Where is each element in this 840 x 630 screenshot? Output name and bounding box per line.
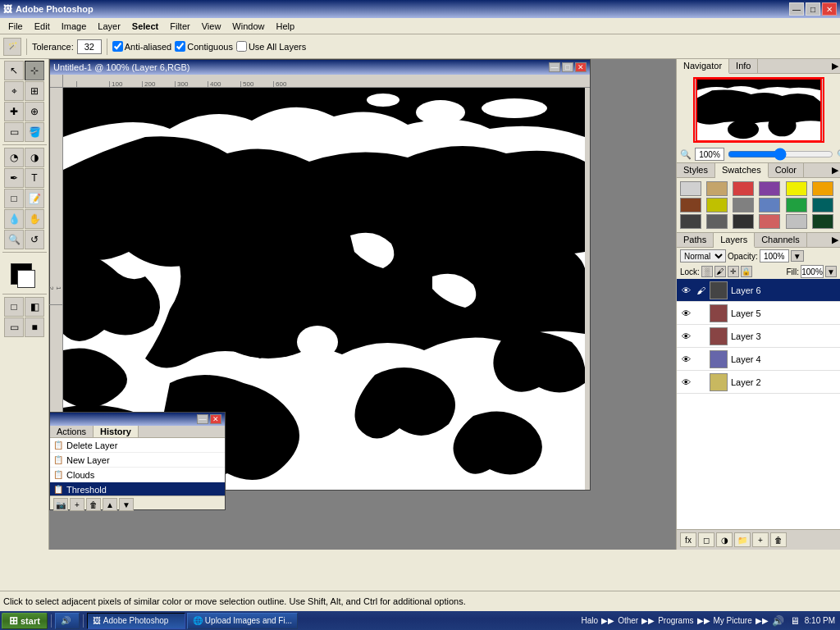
layer-item-3[interactable]: 👁Layer 4 [677, 348, 840, 371]
swatch-2[interactable] [733, 181, 754, 196]
swatch-14[interactable] [733, 214, 754, 229]
swatch-11[interactable] [812, 198, 833, 212]
tray-volume-icon[interactable]: 🔊 [772, 614, 785, 628]
opacity-dropdown[interactable]: ▼ [791, 250, 804, 262]
layer-visibility-0[interactable]: 👁 [680, 285, 692, 296]
hand-tool[interactable]: ✋ [25, 209, 44, 229]
tab-color[interactable]: Color [769, 163, 804, 177]
tab-actions[interactable]: Actions [50, 426, 94, 437]
swatch-15[interactable] [759, 214, 780, 229]
layer-delete-button[interactable]: 🗑 [770, 532, 787, 547]
swatch-9[interactable] [759, 198, 780, 212]
tab-channels[interactable]: Channels [755, 233, 806, 247]
swatch-1[interactable] [706, 181, 728, 196]
swatch-12[interactable] [680, 214, 701, 229]
menu-layer[interactable]: Layer [93, 21, 126, 32]
magic-wand-tool-icon[interactable]: 🪄 [3, 38, 21, 56]
tab-paths[interactable]: Paths [677, 233, 714, 247]
layer-item-1[interactable]: 👁Layer 5 [677, 302, 840, 325]
menu-help[interactable]: Help [271, 21, 299, 32]
blur-tool[interactable]: ◑ [25, 148, 44, 167]
swatch-16[interactable] [786, 214, 807, 229]
rotate-tool[interactable]: ↺ [25, 230, 44, 249]
swatch-17[interactable] [812, 214, 833, 229]
paint-bucket-tool[interactable]: 🪣 [25, 122, 44, 142]
menu-file[interactable]: File [3, 21, 28, 32]
notes-tool[interactable]: 📝 [25, 189, 44, 208]
lock-transparent-button[interactable]: ░ [701, 266, 713, 277]
menu-image[interactable]: Image [57, 21, 92, 32]
clone-tool[interactable]: ⊕ [25, 102, 44, 121]
layer-visibility-3[interactable]: 👁 [680, 354, 692, 365]
maximize-button[interactable]: □ [806, 2, 820, 16]
navigator-zoom-input[interactable] [695, 148, 724, 161]
tab-info[interactable]: Info [729, 59, 758, 73]
fill-input[interactable] [801, 265, 824, 278]
history-item-1[interactable]: 📋New Layer [50, 453, 225, 468]
move-tool[interactable]: ↖ [4, 61, 24, 80]
layer-item-0[interactable]: 👁🖌Layer 6 [677, 279, 840, 302]
contiguous-checkbox[interactable]: Contiguous [175, 41, 233, 52]
doc-close-button[interactable]: ✕ [575, 62, 587, 72]
crop-tool[interactable]: ⊞ [25, 81, 44, 101]
layer-visibility-2[interactable]: 👁 [680, 331, 692, 342]
zoom-tool[interactable]: 🔍 [4, 230, 24, 249]
tab-navigator[interactable]: Navigator [677, 59, 729, 74]
swatch-5[interactable] [812, 181, 833, 196]
use-all-layers-checkbox[interactable]: Use All Layers [236, 41, 306, 52]
menu-select[interactable]: Select [127, 21, 163, 32]
blend-mode-select[interactable]: Normal Multiply Screen [680, 249, 726, 262]
swatch-6[interactable] [680, 198, 701, 212]
history-scroll-down[interactable]: ▼ [119, 498, 134, 511]
layer-mask-button[interactable]: ◻ [698, 532, 714, 547]
pen-tool[interactable]: ✒ [4, 168, 24, 188]
minimize-button[interactable]: — [789, 2, 804, 16]
tab-swatches[interactable]: Swatches [715, 163, 769, 178]
quick-mask-off[interactable]: □ [4, 297, 24, 317]
eraser-tool[interactable]: ▭ [4, 122, 24, 142]
close-button[interactable]: ✕ [822, 2, 837, 16]
menu-filter[interactable]: Filter [165, 21, 194, 32]
layer-item-2[interactable]: 👁Layer 3 [677, 325, 840, 348]
dodge-tool[interactable]: ◔ [4, 148, 24, 167]
swatch-4[interactable] [786, 181, 807, 196]
taskbar-icons[interactable]: 🔊 [55, 613, 80, 629]
layer-item-4[interactable]: 👁Layer 2 [677, 371, 840, 394]
tab-styles[interactable]: Styles [677, 163, 715, 177]
swatch-13[interactable] [706, 214, 728, 229]
tab-layers[interactable]: Layers [714, 233, 755, 248]
shape-tool[interactable]: □ [4, 189, 24, 208]
start-button[interactable]: ⊞ start [2, 613, 48, 629]
layer-style-button[interactable]: fx [680, 532, 696, 547]
history-item-3[interactable]: 📋Threshold [50, 482, 225, 495]
history-close-button[interactable]: ✕ [210, 414, 221, 424]
doc-maximize-button[interactable]: □ [562, 62, 573, 72]
menu-view[interactable]: View [197, 21, 226, 32]
taskbar-photoshop[interactable]: 🖼 Adobe Photoshop [87, 613, 185, 629]
opacity-input[interactable] [760, 249, 789, 262]
lock-position-button[interactable]: ✛ [728, 266, 739, 277]
lasso-tool[interactable]: ⌖ [4, 81, 24, 101]
layer-new-button[interactable]: + [752, 532, 769, 547]
history-scroll-up[interactable]: ▲ [103, 498, 117, 511]
layer-group-button[interactable]: 📁 [734, 532, 751, 547]
screen-mode-full[interactable]: ■ [25, 317, 44, 337]
swatch-8[interactable] [733, 198, 754, 212]
navigator-zoom-slider[interactable] [728, 148, 833, 161]
history-new-snapshot[interactable]: 📷 [53, 498, 68, 511]
screen-mode-standard[interactable]: ▭ [4, 317, 24, 337]
history-minimize-button[interactable]: — [197, 414, 208, 424]
magic-wand-tool[interactable]: ⊹ [25, 61, 44, 80]
lock-all-button[interactable]: 🔒 [741, 266, 752, 277]
layers-menu-button[interactable]: ▶ [830, 233, 840, 247]
tolerance-input[interactable] [77, 39, 102, 54]
text-tool[interactable]: T [25, 168, 44, 188]
tray-network-icon[interactable]: 🖥 [788, 614, 801, 628]
history-item-0[interactable]: 📋Delete Layer [50, 438, 225, 453]
menu-window[interactable]: Window [227, 21, 269, 32]
navigator-menu-button[interactable]: ▶ [830, 59, 840, 73]
background-color[interactable] [17, 270, 35, 288]
layer-visibility-4[interactable]: 👁 [680, 377, 692, 388]
tab-history[interactable]: History [94, 426, 139, 437]
swatch-0[interactable] [680, 181, 701, 196]
